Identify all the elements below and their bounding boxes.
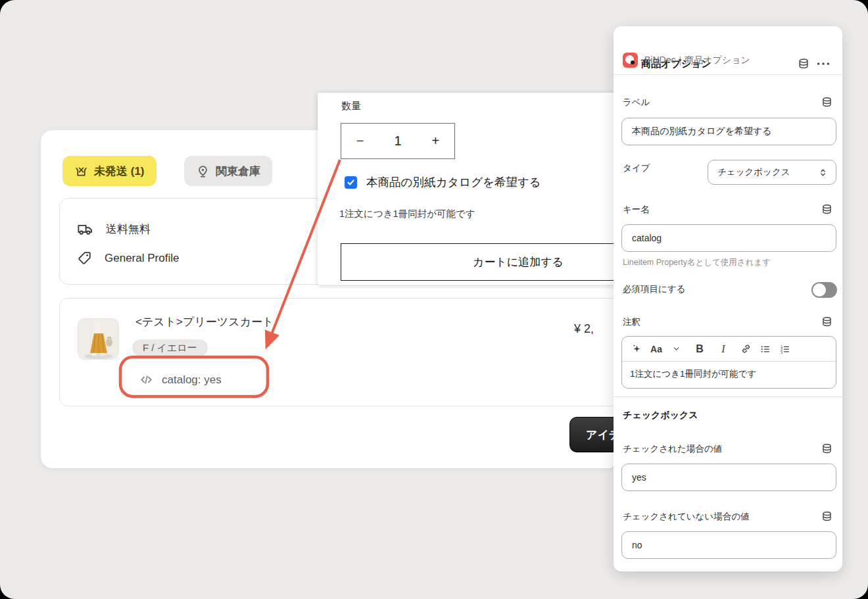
dynamic-source-icon[interactable] [797,57,810,70]
fulfill-items-button[interactable]: アイテ [569,417,619,452]
note-field-label: 注釈 [623,316,640,328]
text-style-button[interactable]: Aa [647,340,665,358]
shipping-profile-label: General Profile [105,252,179,265]
checkbox-section-heading: チェックボックス [623,410,698,421]
warehouse-label: 関東倉庫 [216,164,260,179]
label-field-label: ラベル [623,97,650,108]
type-field-header: タイプ [623,162,702,174]
link-button[interactable] [736,340,755,358]
note-input[interactable]: 1注文につき1冊同封が可能です [622,362,836,387]
line-item-price: ¥ 2, [574,322,594,336]
unchecked-dynamic-source-icon[interactable] [821,510,833,523]
checked-dynamic-source-icon[interactable] [821,443,833,455]
note-dynamic-source-icon[interactable] [821,316,833,328]
free-shipping-row: 送料無料 [76,220,151,238]
checked-value-input[interactable]: yes [621,464,836,491]
quantity-increase-button[interactable]: + [417,124,454,158]
unchecked-value-label: チェックされていない場合の値 [623,511,749,523]
magic-icon[interactable] [627,340,646,358]
quantity-decrease-button[interactable]: − [341,124,379,158]
svg-text:3: 3 [781,350,783,354]
quantity-label: 数量 [341,100,361,112]
rich-text-toolbar: Aa B I [622,337,836,362]
section-divider [614,396,842,397]
unchecked-value-input[interactable]: no [621,531,836,559]
note-rich-text-editor: Aa B I [621,336,836,389]
code-icon [139,372,154,387]
required-toggle[interactable] [811,282,837,298]
screenshot-canvas: 未発送 (1) 関東倉庫 送料無料 [0,0,868,599]
italic-button[interactable]: I [714,340,733,358]
required-toggle-label: 必須項目にする [623,283,685,295]
warehouse-badge: 関東倉庫 [184,156,272,186]
fulfillment-status-label: 未発送 (1) [94,164,145,179]
product-thumbnail [78,318,119,360]
option-settings-panel: 商品オプション BiNDec｜商品オプション ラベル [614,26,842,571]
overflow-menu-button[interactable] [816,59,831,68]
quantity-stepper: − 1 + [341,123,455,159]
key-dynamic-source-icon[interactable] [821,203,833,216]
label-field-header: ラベル [623,96,833,108]
chevron-down-icon[interactable] [667,340,685,358]
line-item-property: catalog: yes [162,373,222,387]
variant-badge: F / イエロー [132,339,208,356]
key-input[interactable]: catalog [621,224,836,252]
app-name: BiNDec｜商品オプション [644,55,750,66]
bold-button[interactable]: B [690,340,709,358]
key-field-label: キー名 [623,204,650,216]
line-item-box: <テスト>プリーツスカート F / イエロー catalog: yes [59,298,619,406]
bindec-logo [623,53,638,68]
type-field-label: タイプ [623,162,650,174]
checked-value-label: チェックされた場合の値 [623,443,722,455]
unchecked-value-header: チェックされていない場合の値 [623,510,833,523]
type-select[interactable]: チェックボックス [708,160,836,185]
toggle-knob [813,283,826,297]
app-identity-row: BiNDec｜商品オプション [623,53,750,68]
option-note-text: 1注文につき1冊同封が可能です [339,208,475,220]
shipping-profile-row: General Profile [76,250,179,266]
product-title: <テスト>プリーツスカート [135,314,274,329]
quantity-value[interactable]: 1 [379,124,416,158]
fulfillment-status-badge: 未発送 (1) [62,156,157,186]
required-toggle-row: 必須項目にする [623,283,754,295]
location-pin-icon [196,164,210,178]
header-divider [614,74,842,75]
label-input[interactable]: 本商品の別紙カタログを希望する [621,118,836,145]
bullet-list-button[interactable] [756,340,775,358]
catalog-checkbox-label[interactable]: 本商品の別紙カタログを希望する [366,174,541,190]
free-shipping-label: 送料無料 [106,222,151,237]
catalog-checkbox[interactable] [345,176,357,189]
type-select-value: チェックボックス [717,166,790,178]
checked-value-header: チェックされた場合の値 [623,443,833,455]
delivery-truck-icon [76,220,94,238]
unfulfilled-icon [74,164,88,178]
numbered-list-button[interactable]: 1 2 3 [776,340,794,358]
tag-icon [76,250,93,266]
label-dynamic-source-icon[interactable] [821,96,833,108]
key-helper-text: Lineitem Property名として使用されます [623,257,771,268]
select-chevrons-icon [818,168,828,178]
key-field-header: キー名 [623,203,833,216]
catalog-option-row: 本商品の別紙カタログを希望する [345,174,541,190]
note-field-header: 注釈 [623,316,833,328]
line-item-property-row: catalog: yes [139,372,222,387]
